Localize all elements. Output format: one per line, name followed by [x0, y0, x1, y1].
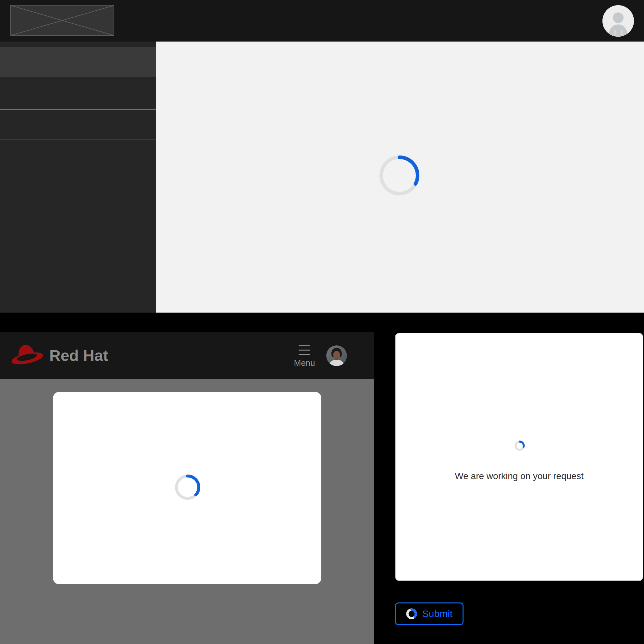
button-spinner-icon [406, 608, 417, 619]
redhat-brand[interactable]: Red Hat [9, 339, 108, 372]
submit-button-label: Submit [422, 608, 452, 619]
request-status-card: We are working on your request [395, 333, 643, 581]
loading-card [53, 392, 321, 584]
submit-button[interactable]: Submit [395, 602, 464, 625]
screenshot-root: Red Hat Menu [0, 0, 644, 644]
main-content-loading-area [156, 42, 644, 313]
loading-spinner-icon [175, 475, 200, 500]
menu-button[interactable]: Menu [289, 340, 320, 374]
mobile-preview-panel: Red Hat Menu [0, 332, 374, 644]
profile-photo-avatar[interactable] [326, 345, 347, 366]
placeholder-cross-icon [11, 6, 114, 35]
sidebar-item-3[interactable] [0, 110, 156, 140]
hamburger-menu-icon [299, 345, 310, 355]
status-message: We are working on your request [396, 471, 643, 481]
generic-user-icon [602, 5, 634, 37]
redhat-fedora-icon [9, 341, 45, 370]
image-placeholder-icon[interactable] [10, 5, 114, 36]
sidebar-item-2[interactable] [0, 77, 156, 109]
menu-button-label: Menu [294, 358, 315, 368]
loading-spinner-icon [379, 155, 420, 196]
top-app-header [0, 0, 644, 42]
loading-spinner-icon [514, 440, 525, 451]
brand-name-text: Red Hat [49, 347, 108, 365]
mobile-header: Red Hat Menu [0, 332, 374, 379]
profile-photo-icon [326, 345, 347, 366]
sidebar-item-1-selected[interactable] [0, 47, 156, 77]
user-avatar-icon[interactable] [602, 5, 634, 37]
sidebar-divider [0, 140, 156, 140]
sidebar-nav [0, 42, 156, 313]
